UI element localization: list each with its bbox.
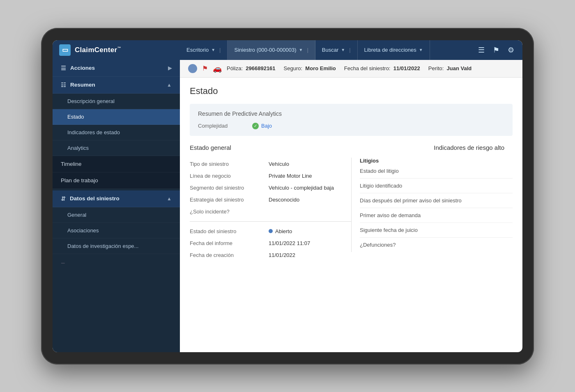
right-col: Indicadores de riesgo alto Litigios Esta… — [351, 144, 513, 264]
sidebar-item-acciones[interactable]: ☰ Acciones ▶ — [53, 60, 180, 77]
settings-button[interactable]: ⚙ — [504, 44, 518, 56]
analytics-section-title: Resumen de Predictive Analytics — [198, 110, 504, 117]
content-area: ⚑ 🚗 Póliza: 2966892161 Seguro: Moro Emil… — [180, 60, 522, 352]
list-icon: ☰ — [61, 65, 66, 71]
logo-icon: ▭ — [59, 44, 71, 56]
field-solo-incidente: ¿Solo incidente? — [190, 209, 351, 215]
nav-tab-escritorio[interactable]: Escritorio ▼ | — [180, 40, 228, 60]
bookmark-button[interactable]: ⚑ — [490, 44, 503, 56]
risk-item-estado-litigio: Estado del litigio — [360, 168, 513, 179]
sidebar-item-descripcion-general[interactable]: Descripción general — [53, 94, 180, 109]
risk-item-primer-aviso-demanda: Primer aviso de demanda — [360, 212, 513, 223]
top-nav: ▭ ClaimCenter™ Escritorio ▼ | Siniestro … — [53, 40, 522, 60]
complejidad-value: ✓ Bajo — [252, 123, 272, 129]
field-segmento-siniestro: Segmento del siniestro Vehículo - comple… — [190, 185, 351, 191]
tablet-frame: ▭ ClaimCenter™ Escritorio ▼ | Siniestro … — [41, 28, 534, 364]
tablet-screen: ▭ ClaimCenter™ Escritorio ▼ | Siniestro … — [53, 40, 522, 352]
sidebar: ☰ Acciones ▶ ☷ Resumen ▲ Descripción gen… — [53, 60, 180, 352]
field-linea-negocio: Línea de negocio Private Motor Line — [190, 173, 351, 179]
nav-tab-siniestro[interactable]: Siniestro (000-00-000003) ▼ | — [228, 40, 315, 60]
chevron-down-icon: ▼ — [299, 48, 303, 52]
flag-icon: ⚑ — [202, 64, 208, 72]
analytics-section: Resumen de Predictive Analytics Compleji… — [190, 104, 513, 136]
sidebar-item-asociaciones[interactable]: Asociaciones — [53, 223, 180, 238]
main-layout: ☰ Acciones ▶ ☷ Resumen ▲ Descripción gen… — [53, 60, 522, 352]
estado-general-title: Estado general — [190, 144, 351, 154]
risk-indicators: Litigios Estado del litigio Litigio iden… — [351, 158, 513, 252]
chevron-right-icon: ▶ — [168, 65, 172, 71]
sidebar-item-timeline[interactable]: Timeline — [53, 156, 180, 172]
chevron-up-icon: ▲ — [167, 82, 172, 88]
left-col: Estado general Tipo de siniestro Vehícul… — [190, 144, 351, 264]
page-content: Estado Resumen de Predictive Analytics C… — [180, 78, 522, 352]
chevron-down-icon: ▼ — [341, 48, 345, 52]
estado-siniestro-value: Abierto — [269, 228, 292, 234]
nav-tab-buscar[interactable]: Buscar ▼ | — [315, 40, 358, 60]
app-title: ClaimCenter™ — [75, 46, 121, 54]
chevron-down-icon: ▼ — [211, 48, 215, 52]
field-tipo-siniestro: Tipo de siniestro Vehículo — [190, 161, 351, 167]
chevron-up-icon-datos: ▲ — [167, 196, 172, 202]
check-icon: ✓ — [252, 123, 259, 129]
risk-item-litigio-identificado: Litigio identificado — [360, 183, 513, 193]
sort-icon: ⇵ — [61, 195, 66, 202]
risk-item-dias-primer-aviso: Días después del primer aviso del sinies… — [360, 197, 513, 208]
sidebar-item-datos-investigacion[interactable]: Datos de investigación espe... — [53, 238, 180, 254]
chevron-down-icon: ▼ — [419, 48, 423, 52]
nav-actions: ☰ ⚑ ⚙ — [470, 44, 522, 56]
two-col-section: Estado general Tipo de siniestro Vehícul… — [190, 144, 513, 264]
complejidad-text: Bajo — [261, 123, 272, 129]
grid-icon: ☷ — [61, 82, 66, 88]
sidebar-item-analytics[interactable]: Analytics — [53, 140, 180, 156]
complejidad-row: Complejidad ✓ Bajo — [198, 123, 504, 129]
indicadores-title: Indicadores de riesgo alto — [351, 144, 513, 151]
field-fecha-informe: Fecha del informe 11/01/2022 11:07 — [190, 240, 351, 246]
field-fecha-creacion: Fecha de creación 11/01/2022 — [190, 252, 351, 258]
sidebar-item-general[interactable]: General — [53, 207, 180, 223]
sidebar-item-resumen[interactable]: ☷ Resumen ▲ — [53, 77, 180, 94]
nav-tab-libreta[interactable]: Libreta de direcciones ▼ — [358, 40, 430, 60]
nav-tabs: Escritorio ▼ | Siniestro (000-00-000003)… — [180, 40, 470, 60]
complejidad-label: Complejidad — [198, 123, 247, 129]
sidebar-item-plan-trabajo[interactable]: Plan de trabajo — [53, 172, 180, 189]
menu-button[interactable]: ☰ — [475, 44, 488, 56]
sidebar-scroll-more: − — [53, 254, 180, 273]
risk-item-defunciones: ¿Defunciones? — [360, 242, 513, 252]
field-estado-siniestro: Estado del siniestro Abierto — [190, 228, 351, 234]
status-circle — [188, 64, 197, 73]
divider — [190, 221, 351, 222]
field-estrategia-siniestro: Estrategia del siniestro Desconocido — [190, 197, 351, 203]
page-title: Estado — [190, 86, 513, 96]
sidebar-item-estado[interactable]: Estado — [53, 109, 180, 125]
logo-area: ▭ ClaimCenter™ — [53, 44, 180, 56]
risk-item-siguiente-fecha-juicio: Siguiente fecha de juicio — [360, 227, 513, 238]
claim-info-bar: ⚑ 🚗 Póliza: 2966892161 Seguro: Moro Emil… — [180, 60, 522, 78]
status-dot — [269, 229, 273, 233]
risk-category-litigios: Litigios — [360, 158, 513, 164]
car-icon: 🚗 — [213, 64, 222, 73]
sidebar-item-datos-siniestro[interactable]: ⇵ Datos del siniestro ▲ — [53, 190, 180, 207]
claim-info-text: Póliza: 2966892161 Seguro: Moro Emilio F… — [227, 65, 472, 71]
sidebar-item-indicadores-estado[interactable]: Indicadores de estado — [53, 125, 180, 140]
